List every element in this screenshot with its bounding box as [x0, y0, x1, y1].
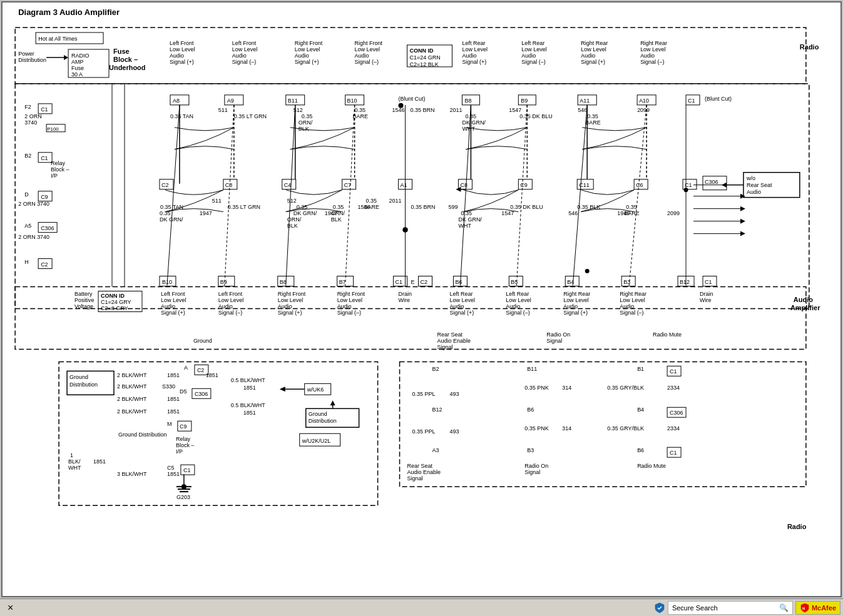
- svg-text:D5: D5: [180, 388, 187, 395]
- svg-text:Ground: Ground: [309, 411, 327, 417]
- svg-text:Low Level: Low Level: [640, 46, 665, 53]
- svg-text:C306: C306: [670, 410, 683, 416]
- svg-text:A5: A5: [24, 223, 31, 229]
- svg-text:w/U2K/U2L: w/U2K/U2L: [302, 438, 330, 444]
- svg-text:Low Level: Low Level: [462, 46, 487, 53]
- svg-text:C4: C4: [284, 182, 292, 188]
- svg-text:Left Front: Left Front: [170, 40, 194, 46]
- svg-text:C1: C1: [41, 155, 48, 161]
- svg-text:Audio Enable: Audio Enable: [437, 338, 470, 344]
- svg-text:B7: B7: [339, 279, 346, 285]
- svg-text:BARE: BARE: [364, 204, 379, 210]
- svg-text:511: 511: [218, 107, 228, 113]
- svg-text:Left Rear: Left Rear: [449, 291, 473, 298]
- svg-text:Left Rear: Left Rear: [521, 40, 544, 46]
- svg-text:C1=24 GRY: C1=24 GRY: [101, 299, 131, 305]
- diagram-container: Diagram 3 Audio Amplifier Radio Hot at A…: [3, 3, 840, 596]
- svg-text:Signal (+): Signal (+): [563, 310, 588, 316]
- secure-search-label: Secure Search: [672, 604, 777, 612]
- svg-text:0.35 TAN: 0.35 TAN: [160, 204, 183, 210]
- close-button[interactable]: ×: [3, 602, 18, 613]
- svg-text:DK GRN/: DK GRN/: [458, 216, 482, 223]
- svg-text:G203: G203: [176, 494, 190, 500]
- svg-text:2 ORN  3740: 2 ORN 3740: [18, 234, 49, 240]
- svg-text:Audio: Audio: [295, 53, 309, 59]
- svg-text:Power: Power: [18, 51, 34, 57]
- svg-text:Signal (–): Signal (–): [640, 59, 664, 65]
- mcafee-text: McAfee: [812, 604, 836, 612]
- svg-text:C7: C7: [344, 182, 352, 188]
- svg-text:C6: C6: [636, 182, 643, 188]
- svg-text:B12: B12: [432, 406, 442, 413]
- svg-text:Signal (+): Signal (+): [161, 310, 185, 316]
- search-magnifier-icon[interactable]: 🔍: [779, 603, 789, 612]
- svg-text:Low Level: Low Level: [218, 297, 243, 303]
- svg-text:Relay: Relay: [51, 160, 65, 166]
- svg-text:0.35 GRY/BLK: 0.35 GRY/BLK: [607, 425, 644, 432]
- svg-text:2334: 2334: [667, 385, 680, 391]
- svg-text:1851: 1851: [167, 408, 180, 415]
- svg-text:Left Front: Left Front: [232, 40, 257, 46]
- svg-text:0.35: 0.35: [302, 113, 312, 119]
- svg-text:0.35 PNK: 0.35 PNK: [524, 425, 548, 432]
- svg-text:S330: S330: [162, 383, 175, 390]
- svg-text:Left Front: Left Front: [218, 291, 243, 298]
- svg-text:Signal (–): Signal (–): [355, 59, 379, 65]
- svg-text:Low Level: Low Level: [355, 46, 380, 53]
- svg-text:I/P: I/P: [176, 448, 183, 455]
- svg-text:Rear Seat: Rear Seat: [407, 463, 433, 469]
- mcafee-shield-icon: [654, 602, 665, 613]
- svg-text:2 BLK/WHT: 2 BLK/WHT: [117, 396, 147, 402]
- svg-text:Audio: Audio: [355, 53, 369, 59]
- svg-text:Audio: Audio: [581, 53, 595, 59]
- svg-text:Drain: Drain: [700, 291, 713, 298]
- svg-text:B2: B2: [432, 366, 439, 372]
- svg-text:Signal (+): Signal (+): [170, 59, 194, 65]
- svg-text:Block –: Block –: [51, 166, 69, 173]
- svg-text:0.35 PNK: 0.35 PNK: [524, 385, 548, 391]
- svg-text:w/o: w/o: [746, 175, 755, 181]
- svg-text:Audio: Audio: [232, 53, 247, 59]
- svg-text:1851: 1851: [167, 396, 180, 402]
- svg-text:Wire: Wire: [399, 297, 410, 303]
- svg-text:2011: 2011: [389, 198, 402, 204]
- svg-text:0.35 DK BLU: 0.35 DK BLU: [510, 204, 543, 210]
- svg-text:BLK/: BLK/: [68, 458, 81, 465]
- svg-text:Right Rear: Right Rear: [563, 291, 590, 298]
- svg-text:Right Rear: Right Rear: [581, 40, 608, 46]
- svg-text:Audio Enable: Audio Enable: [407, 469, 441, 475]
- secure-search-field[interactable]: Secure Search 🔍: [668, 601, 793, 615]
- svg-text:Positive: Positive: [74, 297, 94, 303]
- svg-text:Low Level: Low Level: [506, 297, 531, 303]
- svg-text:314: 314: [562, 385, 571, 391]
- svg-text:D: D: [24, 191, 29, 198]
- svg-text:B2: B2: [24, 153, 31, 159]
- svg-text:2099: 2099: [637, 107, 650, 113]
- svg-text:Low Level: Low Level: [581, 46, 606, 53]
- svg-text:Low Level: Low Level: [232, 46, 257, 53]
- svg-text:C2: C2: [197, 367, 205, 373]
- svg-text:Radio Mute: Radio Mute: [637, 463, 666, 469]
- svg-text:C306: C306: [41, 225, 54, 231]
- svg-text:599: 599: [448, 204, 457, 210]
- svg-text:0.35 BRN: 0.35 BRN: [411, 107, 435, 113]
- svg-text:1547: 1547: [509, 107, 521, 113]
- svg-text:Signal (+): Signal (+): [449, 310, 474, 316]
- svg-text:C2: C2: [161, 182, 169, 188]
- svg-text:Drain: Drain: [399, 291, 412, 298]
- svg-text:Right Rear: Right Rear: [640, 40, 667, 46]
- svg-text:Signal (+): Signal (+): [278, 310, 302, 316]
- svg-text:1546: 1546: [392, 107, 405, 113]
- svg-text:Low Level: Low Level: [295, 46, 320, 53]
- svg-text:Radio: Radio: [787, 523, 807, 530]
- svg-text:P100: P100: [47, 126, 59, 132]
- svg-text:3 BLK/WHT: 3 BLK/WHT: [117, 471, 147, 477]
- svg-text:0.35 TAN: 0.35 TAN: [170, 113, 193, 119]
- status-bar: × Secure Search 🔍 M McAfee: [0, 598, 843, 616]
- svg-point-384: [585, 269, 590, 273]
- svg-text:C5: C5: [167, 465, 174, 471]
- svg-text:Hot at All Times: Hot at All Times: [38, 36, 78, 42]
- svg-text:w/UK6: w/UK6: [307, 386, 324, 393]
- mcafee-button[interactable]: M McAfee: [795, 601, 840, 615]
- svg-text:DK GRN/: DK GRN/: [462, 119, 486, 126]
